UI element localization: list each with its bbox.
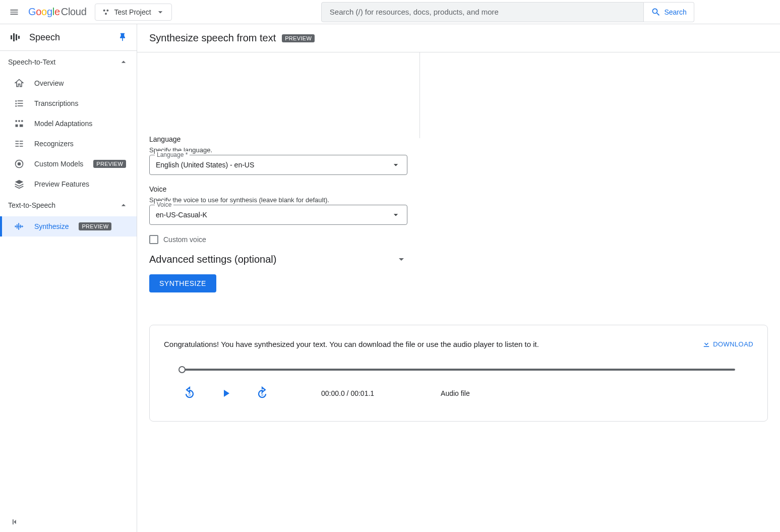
sidebar-item-label: Synthesize <box>34 222 69 230</box>
language-value: English (United States) - en-US <box>156 161 254 169</box>
rewind-5-button[interactable]: 5 <box>182 386 197 401</box>
forward-5-button[interactable]: 5 <box>255 386 270 401</box>
section-stt-label: Speech-to-Text <box>8 58 55 66</box>
svg-point-0 <box>103 9 105 11</box>
language-select[interactable]: Language * English (United States) - en-… <box>149 155 407 175</box>
dropdown-icon <box>391 160 401 170</box>
search-button[interactable]: Search <box>644 2 694 22</box>
synthesize-icon <box>14 221 24 231</box>
download-icon <box>702 339 711 348</box>
svg-rect-17 <box>20 125 23 127</box>
chevron-up-icon <box>118 57 129 67</box>
right-panel <box>419 52 780 138</box>
svg-rect-12 <box>18 105 23 106</box>
svg-rect-9 <box>16 103 17 104</box>
home-icon <box>14 78 24 88</box>
download-label: DOWNLOAD <box>713 340 753 348</box>
svg-rect-23 <box>20 146 23 147</box>
sidebar-item-label: Model Adaptations <box>34 120 92 128</box>
language-group: Language Specify the language. Language … <box>149 135 407 175</box>
svg-rect-21 <box>20 143 23 144</box>
custom-voice-label: Custom voice <box>163 235 206 244</box>
sidebar-header: Speech <box>0 24 137 51</box>
project-icon <box>101 8 110 17</box>
advanced-settings-label: Advanced settings (optional) <box>149 254 395 265</box>
svg-rect-11 <box>16 105 17 107</box>
project-picker[interactable]: Test Project <box>95 4 172 21</box>
page-title: Synthesize speech from text <box>149 32 276 44</box>
svg-point-25 <box>18 163 21 165</box>
adaptation-icon <box>14 119 24 129</box>
svg-point-2 <box>105 13 107 15</box>
preview-badge: PREVIEW <box>93 160 126 168</box>
svg-rect-3 <box>11 35 12 39</box>
page-preview-badge: PREVIEW <box>282 34 315 42</box>
sidebar-item-label: Overview <box>34 79 64 87</box>
audio-file-label: Audio file <box>441 389 470 397</box>
audio-player-controls: 5 5 00:00.0 / 00:01.1 Audio file <box>164 386 753 401</box>
sidebar-item-recognizers[interactable]: Recognizers <box>0 134 137 154</box>
svg-rect-5 <box>16 34 17 40</box>
voice-title: Voice <box>149 185 407 193</box>
section-text-to-speech[interactable]: Text-to-Speech <box>0 194 137 216</box>
product-title: Speech <box>29 32 109 43</box>
search-input[interactable]: Search (/) for resources, docs, products… <box>321 2 644 22</box>
recognizers-icon <box>14 139 24 149</box>
custom-voice-checkbox-row[interactable]: Custom voice <box>149 235 407 244</box>
svg-rect-10 <box>18 103 23 104</box>
hamburger-menu-icon[interactable] <box>8 6 20 18</box>
custom-models-icon <box>14 159 24 169</box>
language-field-label: Language * <box>155 151 190 158</box>
advanced-settings-toggle[interactable]: Advanced settings (optional) <box>149 244 407 274</box>
preview-badge: PREVIEW <box>79 222 111 230</box>
sidebar-collapse[interactable] <box>0 511 137 532</box>
search-icon <box>651 7 661 17</box>
sidebar-item-custom-models[interactable]: Custom Models PREVIEW <box>0 154 137 174</box>
main-content: Synthesize speech from text PREVIEW Lang… <box>137 24 780 532</box>
sidebar-item-preview-features[interactable]: Preview Features <box>0 174 137 194</box>
synthesize-button[interactable]: SYNTHESIZE <box>149 274 216 292</box>
pin-icon[interactable] <box>117 32 128 42</box>
svg-rect-15 <box>21 120 23 122</box>
audio-seek-thumb[interactable] <box>178 366 186 373</box>
global-header: Google Cloud Test Project Search (/) for… <box>0 0 780 24</box>
layers-icon <box>14 179 24 189</box>
audio-seek-slider[interactable] <box>182 369 735 371</box>
svg-rect-16 <box>16 125 18 127</box>
custom-voice-checkbox[interactable] <box>149 235 158 244</box>
language-title: Language <box>149 135 407 143</box>
voice-select[interactable]: Voice en-US-Casual-K <box>149 205 407 225</box>
sidebar-item-label: Preview Features <box>34 180 89 188</box>
search-placeholder: Search (/) for resources, docs, products… <box>330 8 499 16</box>
svg-rect-13 <box>16 120 17 122</box>
svg-text:5: 5 <box>261 392 264 397</box>
svg-rect-8 <box>18 100 23 101</box>
voice-desc: Specify the voice to use for synthesis (… <box>149 196 407 204</box>
result-message: Congratulations! You have synthesized yo… <box>164 340 692 348</box>
chevron-down-icon <box>395 253 407 265</box>
section-speech-to-text[interactable]: Speech-to-Text <box>0 51 137 73</box>
download-button[interactable]: DOWNLOAD <box>702 339 753 348</box>
list-icon <box>14 98 24 108</box>
voice-value: en-US-Casual-K <box>156 211 207 219</box>
svg-rect-6 <box>18 36 20 39</box>
sidebar-item-label: Recognizers <box>34 140 74 148</box>
sidebar-item-overview[interactable]: Overview <box>0 73 137 93</box>
svg-rect-4 <box>13 33 15 41</box>
sidebar-item-transcriptions[interactable]: Transcriptions <box>0 93 137 113</box>
svg-point-1 <box>106 9 108 11</box>
svg-text:5: 5 <box>189 392 191 397</box>
search-button-label: Search <box>664 8 686 16</box>
google-cloud-logo[interactable]: Google Cloud <box>28 6 87 18</box>
chevron-up-icon <box>118 200 129 210</box>
svg-rect-7 <box>16 100 17 102</box>
svg-rect-31 <box>13 519 14 524</box>
sidebar-item-model-adaptations[interactable]: Model Adaptations <box>0 113 137 134</box>
play-button[interactable] <box>218 386 233 401</box>
sidebar-item-synthesize[interactable]: Synthesize PREVIEW <box>0 216 137 237</box>
voice-field-label: Voice <box>155 201 173 208</box>
svg-rect-20 <box>16 143 19 144</box>
section-tts-label: Text-to-Speech <box>8 201 55 209</box>
page-header: Synthesize speech from text PREVIEW <box>137 24 780 52</box>
dropdown-icon <box>391 210 401 220</box>
